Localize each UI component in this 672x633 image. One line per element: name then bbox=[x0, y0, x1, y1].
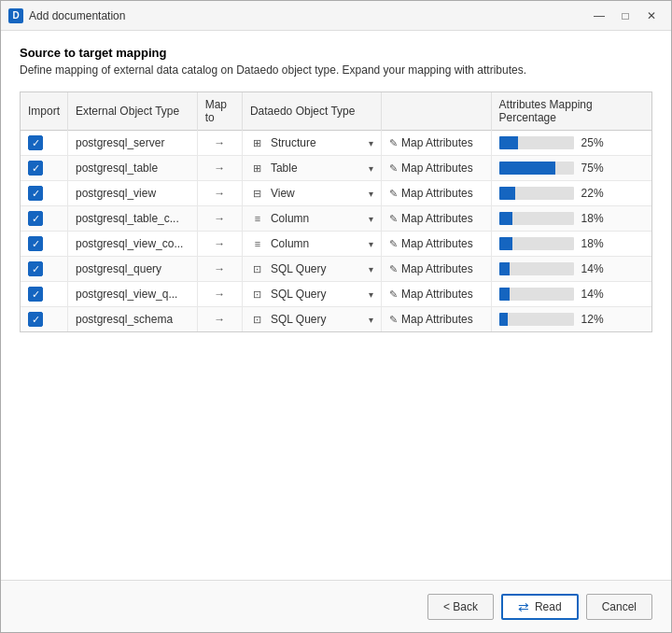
dropdown-chevron-icon: ▾ bbox=[369, 163, 373, 174]
dataedo-type-icon: ⊟ bbox=[250, 186, 265, 201]
progress-percentage: 75% bbox=[581, 162, 609, 175]
dataedo-type-cell[interactable]: ⊞Structure▾ bbox=[242, 131, 381, 156]
edit-icon: ✎ bbox=[389, 263, 398, 275]
titlebar: D Add documentation — □ ✕ bbox=[1, 1, 671, 31]
table-row: ✓postgresql_view→⊟View▾✎Map Attributes22… bbox=[21, 181, 651, 206]
map-to-cell: → bbox=[197, 232, 242, 257]
progress-percentage: 22% bbox=[581, 187, 609, 200]
progress-percentage: 25% bbox=[581, 136, 609, 149]
main-window: D Add documentation — □ ✕ Source to targ… bbox=[0, 0, 672, 633]
dataedo-type-cell[interactable]: ⊡SQL Query▾ bbox=[242, 282, 381, 307]
import-checkbox[interactable]: ✓ bbox=[28, 135, 43, 150]
import-checkbox[interactable]: ✓ bbox=[28, 236, 43, 251]
map-attributes-label: Map Attributes bbox=[401, 162, 473, 175]
map-attributes-button[interactable]: ✎Map Attributes bbox=[389, 162, 473, 175]
dataedo-type-label: SQL Query bbox=[271, 313, 327, 326]
import-cell: ✓ bbox=[21, 307, 68, 332]
import-cell: ✓ bbox=[21, 232, 68, 257]
import-checkbox[interactable]: ✓ bbox=[28, 261, 43, 276]
import-cell: ✓ bbox=[21, 131, 68, 156]
map-attributes-button[interactable]: ✎Map Attributes bbox=[389, 288, 473, 301]
dataedo-type-cell[interactable]: ≡Column▾ bbox=[242, 232, 381, 257]
progress-bar-track bbox=[499, 288, 574, 301]
read-button[interactable]: ⇄ Read bbox=[501, 594, 579, 620]
progress-cell: 14% bbox=[491, 257, 651, 282]
edit-icon: ✎ bbox=[389, 314, 398, 326]
import-checkbox[interactable]: ✓ bbox=[28, 287, 43, 302]
progress-cell: 22% bbox=[491, 181, 651, 206]
progress-cell: 18% bbox=[491, 232, 651, 257]
dataedo-type-icon: ≡ bbox=[250, 211, 265, 226]
import-cell: ✓ bbox=[21, 156, 68, 181]
map-attributes-button[interactable]: ✎Map Attributes bbox=[389, 212, 473, 225]
cancel-button[interactable]: Cancel bbox=[586, 594, 652, 620]
dataedo-type-label: Table bbox=[271, 162, 298, 175]
map-attributes-button[interactable]: ✎Map Attributes bbox=[389, 262, 473, 275]
import-checkbox[interactable]: ✓ bbox=[28, 161, 43, 176]
progress-cell: 75% bbox=[491, 156, 651, 181]
progress-bar-track bbox=[499, 162, 574, 175]
col-dataedo-type: Dataedo Object Type bbox=[242, 92, 381, 131]
map-attributes-button[interactable]: ✎Map Attributes bbox=[389, 237, 473, 250]
external-type-cell: postgresql_view bbox=[68, 181, 198, 206]
map-attributes-button[interactable]: ✎Map Attributes bbox=[389, 187, 473, 200]
import-cell: ✓ bbox=[21, 181, 68, 206]
table-row: ✓postgresql_schema→⊡SQL Query▾✎Map Attri… bbox=[21, 307, 651, 332]
minimize-button[interactable]: — bbox=[587, 6, 611, 26]
external-type-cell: postgresql_table bbox=[68, 156, 198, 181]
dataedo-type-cell[interactable]: ⊟View▾ bbox=[242, 181, 381, 206]
progress-cell: 18% bbox=[491, 206, 651, 232]
import-cell: ✓ bbox=[21, 282, 68, 307]
map-attributes-label: Map Attributes bbox=[401, 262, 473, 275]
import-cell: ✓ bbox=[21, 206, 68, 232]
import-checkbox[interactable]: ✓ bbox=[28, 312, 43, 327]
dataedo-type-cell[interactable]: ≡Column▾ bbox=[242, 206, 381, 232]
map-to-cell: → bbox=[197, 131, 242, 156]
progress-bar-track bbox=[499, 212, 574, 225]
map-to-cell: → bbox=[197, 307, 242, 332]
maximize-button[interactable]: □ bbox=[613, 6, 637, 26]
dropdown-chevron-icon: ▾ bbox=[369, 264, 373, 274]
dataedo-type-cell[interactable]: ⊡SQL Query▾ bbox=[242, 307, 381, 332]
external-type-cell: postgresql_table_c... bbox=[68, 206, 198, 232]
close-button[interactable]: ✕ bbox=[639, 6, 664, 26]
map-to-cell: → bbox=[197, 156, 242, 181]
import-checkbox[interactable]: ✓ bbox=[28, 186, 43, 201]
dataedo-type-label: SQL Query bbox=[271, 288, 327, 301]
external-type-cell: postgresql_view_q... bbox=[68, 282, 198, 307]
progress-percentage: 12% bbox=[581, 313, 609, 326]
map-attributes-label: Map Attributes bbox=[401, 212, 473, 225]
map-attributes-cell: ✎Map Attributes bbox=[381, 232, 491, 257]
map-attributes-cell: ✎Map Attributes bbox=[381, 156, 491, 181]
progress-percentage: 14% bbox=[581, 288, 609, 301]
back-button[interactable]: < Back bbox=[427, 594, 494, 620]
section-title: Source to target mapping bbox=[20, 46, 652, 60]
col-attr-mapping-pct: Attributes Mapping Percentage bbox=[491, 92, 651, 131]
map-to-cell: → bbox=[197, 181, 242, 206]
map-attributes-label: Map Attributes bbox=[401, 288, 473, 301]
table-row: ✓postgresql_query→⊡SQL Query▾✎Map Attrib… bbox=[21, 257, 651, 282]
map-attributes-cell: ✎Map Attributes bbox=[381, 307, 491, 332]
map-attributes-button[interactable]: ✎Map Attributes bbox=[389, 313, 473, 326]
progress-percentage: 18% bbox=[581, 237, 609, 250]
table-row: ✓postgresql_table_c...→≡Column▾✎Map Attr… bbox=[21, 206, 651, 232]
map-to-cell: → bbox=[197, 282, 242, 307]
dataedo-type-cell[interactable]: ⊞Table▾ bbox=[242, 156, 381, 181]
footer: < Back ⇄ Read Cancel bbox=[1, 580, 671, 632]
import-checkbox[interactable]: ✓ bbox=[28, 211, 43, 226]
app-icon: D bbox=[8, 8, 23, 23]
edit-icon: ✎ bbox=[389, 213, 398, 225]
progress-bar-fill bbox=[499, 187, 516, 200]
map-to-cell: → bbox=[197, 257, 242, 282]
table-row: ✓postgresql_server→⊞Structure▾✎Map Attri… bbox=[21, 131, 651, 156]
edit-icon: ✎ bbox=[389, 238, 398, 250]
progress-bar-fill bbox=[499, 288, 510, 301]
map-attributes-button[interactable]: ✎Map Attributes bbox=[389, 136, 473, 149]
edit-icon: ✎ bbox=[389, 137, 398, 149]
mapping-table: Import External Object Type Map to Datae… bbox=[21, 92, 651, 331]
table-row: ✓postgresql_view_q...→⊡SQL Query▾✎Map At… bbox=[21, 282, 651, 307]
read-icon: ⇄ bbox=[518, 599, 529, 614]
dataedo-type-cell[interactable]: ⊡SQL Query▾ bbox=[242, 257, 381, 282]
dataedo-type-icon: ≡ bbox=[250, 236, 265, 251]
read-label: Read bbox=[535, 600, 562, 613]
